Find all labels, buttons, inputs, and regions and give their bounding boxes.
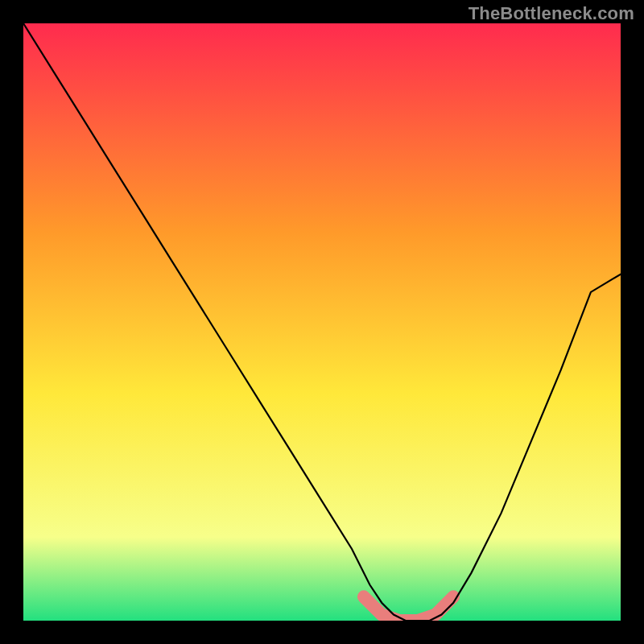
watermark-text: TheBottleneck.com bbox=[469, 3, 634, 24]
chart-svg bbox=[23, 23, 621, 621]
chart-area bbox=[23, 23, 621, 621]
outer-frame: TheBottleneck.com bbox=[0, 0, 644, 644]
background-gradient bbox=[23, 23, 621, 621]
